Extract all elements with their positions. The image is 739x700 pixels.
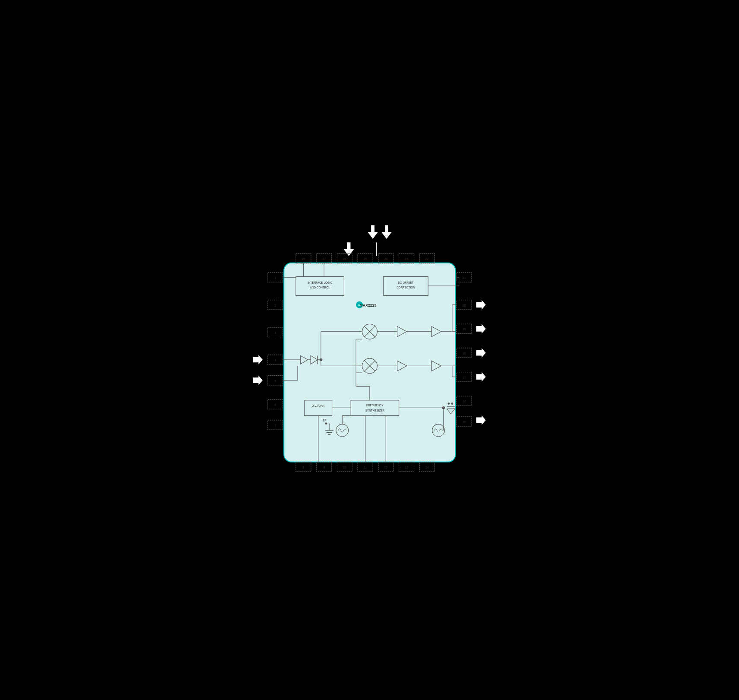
ic-diagram: 28 27 26 25 24 23 22 1 2 3 4 5: [236, 212, 504, 506]
div-label-1: DIV2/DIV4: [311, 404, 324, 407]
ext-arrow-right-15: [476, 415, 485, 424]
ic-body: [284, 263, 455, 462]
chip-name: MAX2223: [359, 303, 376, 307]
pin-label-18: 18: [462, 352, 466, 355]
pin-label-22: 22: [425, 257, 428, 261]
ext-arrow-left-4: [253, 355, 262, 364]
freq-synth-label-2: SYNTHESIZER: [365, 409, 384, 412]
pin-label-24: 24: [384, 257, 387, 261]
pin-label-13: 13: [405, 466, 408, 469]
pin-label-23: 23: [405, 257, 408, 261]
pin-label-17: 17: [462, 376, 466, 379]
pin-label-7: 7: [274, 424, 276, 427]
ext-arrow-right-19: [476, 324, 485, 333]
pin-label-9: 9: [323, 466, 325, 469]
pin-label-21: 21: [462, 276, 466, 280]
pin-label-14: 14: [425, 466, 428, 469]
interface-logic-label-1: INTERFACE LOGIC: [308, 281, 333, 284]
pin-label-6: 6: [274, 403, 276, 407]
div-dot-1: [447, 402, 450, 405]
pin-label-15: 15: [462, 421, 466, 424]
pin-label-2: 2: [274, 304, 276, 307]
dc-offset-label-2: CORRECTION: [396, 285, 415, 288]
ext-arrow-right-17: [476, 372, 485, 381]
freq-synth-label-1: FREQUENCY: [366, 404, 384, 407]
ext-arrow-right-20: [476, 300, 485, 309]
dc-offset-label-1: DC OFFSET: [398, 281, 413, 284]
pin-label-4: 4: [274, 358, 276, 362]
pin-label-5: 5: [274, 379, 276, 383]
ep-label: EP: [323, 419, 326, 422]
pin-label-11: 11: [363, 466, 367, 469]
pin-label-12: 12: [384, 466, 387, 469]
pin-label-28: 28: [301, 257, 305, 261]
interface-logic-label-2: AND CONTROL: [310, 285, 330, 288]
pin-label-3: 3: [274, 331, 276, 335]
ext-arrow-left-5: [253, 375, 262, 385]
pin-label-20: 20: [462, 304, 466, 307]
ext-arrow-right-18: [476, 348, 485, 357]
pin-label-25: 25: [363, 257, 367, 261]
pin-label-16: 16: [462, 400, 466, 403]
pin-label-26: 26: [343, 257, 346, 261]
pin-label-19: 19: [462, 328, 466, 331]
pin-label-8: 8: [302, 466, 304, 469]
pin-label-27: 27: [322, 257, 326, 261]
arrow-down-1: [368, 225, 378, 239]
pin-label-1: 1: [274, 276, 276, 280]
pin-label-10: 10: [343, 466, 346, 469]
arrow-down-2: [381, 225, 392, 239]
div-dot-2: [451, 402, 453, 405]
ep-dot: [325, 422, 327, 424]
